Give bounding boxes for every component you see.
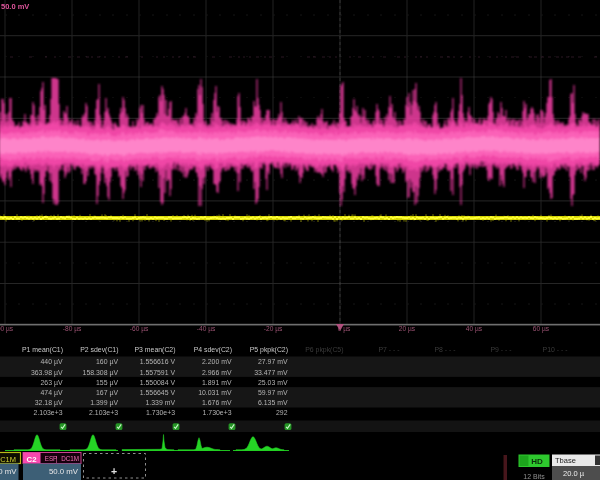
svg-text:HD: HD	[531, 457, 543, 466]
svg-text:-60 µs: -60 µs	[130, 325, 149, 333]
svg-text:20 µs: 20 µs	[399, 325, 416, 333]
svg-text:1.730e+3: 1.730e+3	[203, 409, 232, 416]
svg-text:363.98 µV: 363.98 µV	[31, 369, 63, 377]
svg-text:-20 µs: -20 µs	[264, 325, 283, 333]
svg-text:474 µV: 474 µV	[41, 389, 63, 397]
svg-text:20.0 mV: 20.0 mV	[0, 467, 17, 476]
svg-text:6.135 mV: 6.135 mV	[258, 399, 288, 406]
svg-text:2.966 mV: 2.966 mV	[202, 369, 232, 376]
svg-text:1.399 µV: 1.399 µV	[90, 399, 118, 407]
svg-text:P10 - - -: P10 - - -	[543, 346, 568, 353]
svg-text:50.0 mV: 50.0 mV	[1, 2, 29, 11]
svg-text:1.676 mV: 1.676 mV	[202, 399, 232, 406]
svg-text:263 µV: 263 µV	[41, 379, 63, 387]
svg-text:1.891 mV: 1.891 mV	[202, 379, 232, 386]
svg-text:P3 mean(C2): P3 mean(C2)	[135, 346, 176, 354]
svg-text:P5 pkpk(C2): P5 pkpk(C2)	[250, 346, 288, 354]
svg-text:P7 - - -: P7 - - -	[378, 346, 399, 353]
svg-text:155 µV: 155 µV	[96, 379, 118, 387]
svg-text:440 µV: 440 µV	[41, 358, 63, 366]
svg-text:50.0 mV: 50.0 mV	[49, 467, 79, 476]
svg-text:C2: C2	[27, 455, 38, 464]
svg-text:292: 292	[276, 409, 288, 416]
svg-text:1.556645 V: 1.556645 V	[140, 389, 176, 396]
svg-text:+: +	[111, 465, 117, 477]
svg-text:00 µs: 00 µs	[0, 325, 14, 333]
svg-text:P2 sdev(C1): P2 sdev(C1)	[80, 346, 118, 354]
svg-text:1.550084 V: 1.550084 V	[140, 379, 176, 386]
svg-text:P9 - - -: P9 - - -	[490, 346, 511, 353]
svg-text:10.031 mV: 10.031 mV	[198, 389, 232, 396]
svg-text:P1 mean(C1): P1 mean(C1)	[22, 346, 63, 354]
svg-text:-40 µs: -40 µs	[197, 325, 216, 333]
svg-text:DC1M: DC1M	[0, 455, 16, 464]
svg-text:40 µs: 40 µs	[466, 325, 483, 333]
svg-text:12 Bits: 12 Bits	[523, 473, 545, 480]
svg-text:Tbase: Tbase	[555, 456, 576, 465]
svg-text:P8 - - -: P8 - - -	[434, 346, 455, 353]
svg-text:2.200 mV: 2.200 mV	[202, 358, 232, 365]
svg-text:167 µV: 167 µV	[96, 389, 118, 397]
svg-text:27.97 mV: 27.97 mV	[258, 358, 288, 365]
svg-text:59.97 mV: 59.97 mV	[258, 389, 288, 396]
svg-text:20.0 µ: 20.0 µ	[563, 469, 585, 478]
svg-text:1.730e+3: 1.730e+3	[146, 409, 175, 416]
svg-text:2.103e+3: 2.103e+3	[34, 409, 63, 416]
svg-text:2.103e+3: 2.103e+3	[89, 409, 118, 416]
svg-text:60 µs: 60 µs	[533, 325, 550, 333]
svg-text:32.18 µV: 32.18 µV	[35, 399, 63, 407]
svg-text:P4 sdev(C2): P4 sdev(C2)	[194, 346, 232, 354]
svg-text:P6 pkpk(C5): P6 pkpk(C5)	[305, 346, 343, 354]
svg-text:1.556616 V: 1.556616 V	[140, 358, 176, 365]
svg-text:-80 µs: -80 µs	[63, 325, 82, 333]
svg-text:25.03 mV: 25.03 mV	[258, 379, 288, 386]
svg-text:1.339 mV: 1.339 mV	[146, 399, 176, 406]
svg-text:158.308 µV: 158.308 µV	[83, 369, 119, 377]
svg-text:1.557591 V: 1.557591 V	[140, 369, 176, 376]
svg-text:160 µV: 160 µV	[96, 358, 118, 366]
svg-text:DC1M: DC1M	[61, 455, 79, 462]
svg-text:0 µs: 0 µs	[338, 325, 351, 333]
svg-text:33.477 mV: 33.477 mV	[254, 369, 288, 376]
